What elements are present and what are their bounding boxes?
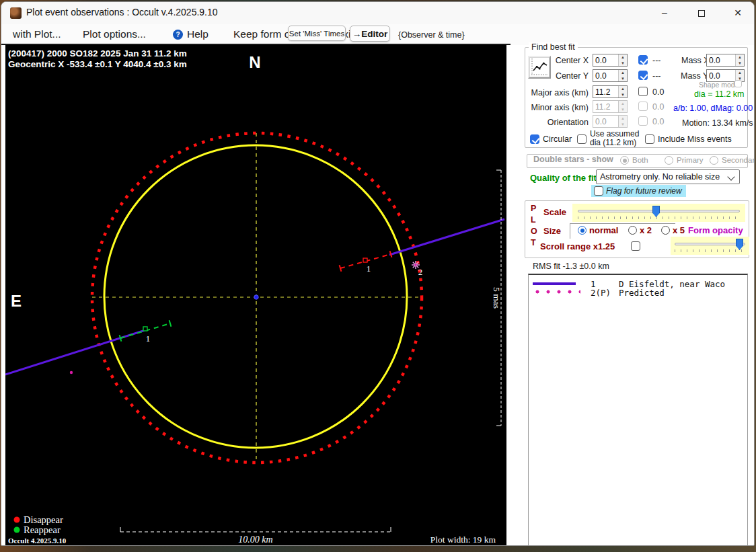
orientation-fit-checkbox[interactable] bbox=[638, 116, 648, 126]
scale-slider-thumb[interactable] bbox=[652, 206, 660, 217]
flag-review-label: Flag for future review bbox=[606, 186, 682, 196]
center-y-suffix: --- bbox=[652, 71, 661, 81]
plot-header-line1: (200417) 2000 SO182 2025 Jan 31 11.2 km bbox=[8, 48, 187, 58]
spin-down-arrow[interactable]: ▼ bbox=[736, 61, 744, 67]
form-opacity-thumb[interactable] bbox=[736, 239, 743, 250]
observation-row[interactable]: 1 D Eisfeldt, near Waco bbox=[529, 279, 747, 288]
find-best-fit-title: Find best fit bbox=[529, 42, 578, 52]
center-y-value[interactable]: 0.0 bbox=[593, 70, 618, 81]
predicted-color-swatch bbox=[532, 289, 580, 294]
plot-header-line2: Geocentric X -533.4 ±0.1 Y 4040.4 ±0.3 k… bbox=[8, 59, 187, 69]
quality-of-fit-dropdown[interactable]: Astrometry only. No reliable size bbox=[596, 169, 740, 184]
spin-up-arrow[interactable]: ▲ bbox=[619, 101, 627, 107]
plot-letter-l: L bbox=[531, 215, 536, 225]
spin-up-arrow[interactable]: ▲ bbox=[736, 54, 744, 61]
spin-down-arrow[interactable]: ▼ bbox=[619, 107, 627, 113]
maximize-icon bbox=[698, 10, 705, 17]
app-window: Plot event observations : Occult v.4.202… bbox=[1, 1, 755, 546]
center-x-suffix: --- bbox=[652, 56, 661, 65]
maximize-button[interactable] bbox=[687, 4, 716, 22]
quality-of-fit-label: Quality of the fit bbox=[530, 173, 597, 183]
chord1-east-segment[interactable] bbox=[389, 219, 504, 255]
menu-with-plot[interactable]: with Plot... bbox=[13, 28, 61, 40]
spin-down-arrow[interactable]: ▼ bbox=[619, 122, 627, 128]
use-assumed-dia-checkbox[interactable] bbox=[577, 134, 587, 144]
scale-slider[interactable] bbox=[572, 204, 745, 222]
form-opacity-label: Form opacity bbox=[688, 225, 743, 235]
menu-help[interactable]: Help bbox=[187, 28, 209, 40]
center-x-spinner[interactable]: 0.0 ▲▼ bbox=[593, 54, 628, 67]
menu-plot-options[interactable]: Plot options... bbox=[83, 28, 146, 40]
major-axis-suffix: 0.0 bbox=[652, 87, 664, 97]
double-stars-secondary-radio[interactable] bbox=[710, 156, 718, 165]
double-stars-primary-radio[interactable] bbox=[665, 156, 673, 165]
circular-checkbox[interactable] bbox=[530, 134, 539, 144]
close-button[interactable]: ✕ bbox=[724, 4, 752, 22]
mass-y-value[interactable]: 0.0 bbox=[707, 70, 735, 81]
spin-down-arrow[interactable]: ▼ bbox=[619, 76, 627, 82]
spin-down-arrow[interactable]: ▼ bbox=[619, 61, 627, 67]
center-x-value[interactable]: 0.0 bbox=[593, 54, 618, 66]
mass-x-spinner[interactable]: 0.0 ▲▼ bbox=[706, 54, 745, 67]
disappear-dot-icon bbox=[14, 517, 20, 523]
scroll-range-checkbox[interactable] bbox=[631, 241, 640, 251]
major-axis-fit-checkbox[interactable] bbox=[638, 87, 648, 96]
include-miss-events-checkbox[interactable] bbox=[645, 134, 654, 144]
form-opacity-track[interactable] bbox=[675, 243, 745, 245]
predicted-path-dot bbox=[70, 371, 73, 374]
spin-up-arrow[interactable]: ▲ bbox=[619, 70, 627, 76]
double-stars-both-radio[interactable] bbox=[620, 156, 629, 165]
ab-dmag-label: a/b: 1.00, dMag: 0.00 bbox=[673, 104, 753, 113]
spin-up-arrow[interactable]: ▲ bbox=[619, 116, 627, 122]
editor-button[interactable]: →Editor bbox=[350, 26, 390, 42]
use-assumed-dia-label: Use assumeddia (11.2 km) bbox=[590, 130, 639, 147]
center-x-fit-checkbox[interactable] bbox=[638, 55, 648, 65]
observation-name: Predicted bbox=[619, 288, 665, 298]
title-bar: Plot event observations : Occult v.4.202… bbox=[1, 2, 754, 24]
form-opacity-slider[interactable] bbox=[671, 237, 749, 255]
major-axis-label: Major axis (km) bbox=[523, 88, 589, 97]
size-x5-radio[interactable] bbox=[661, 226, 670, 235]
minimize-button[interactable]: – bbox=[650, 4, 679, 22]
spin-up-arrow[interactable]: ▲ bbox=[619, 54, 627, 61]
body-center-point bbox=[254, 295, 258, 299]
minor-axis-suffix: 0.0 bbox=[652, 102, 664, 112]
reappear-point-marker bbox=[143, 327, 147, 331]
chord1-d-label: 1 bbox=[367, 264, 371, 274]
orientation-spinner[interactable]: 0.0 ▲▼ bbox=[593, 115, 628, 128]
plot-width-label: Plot width: 19 km bbox=[430, 535, 496, 545]
minor-axis-spinner[interactable]: 11.2 ▲▼ bbox=[593, 100, 628, 113]
rms-fit-label: RMS fit -1.3 ±0.0 km bbox=[533, 262, 609, 271]
spin-up-arrow[interactable]: ▲ bbox=[619, 86, 627, 92]
observation-row[interactable]: 2(P) Predicted bbox=[529, 288, 747, 297]
quality-of-fit-value: Astrometry only. No reliable size bbox=[600, 172, 720, 182]
station2-label: 2 bbox=[418, 267, 423, 277]
window-title: Plot event observations : Occult v.4.202… bbox=[26, 7, 218, 17]
chord1-r-label: 1 bbox=[146, 333, 151, 344]
include-miss-events-label: Include Miss events bbox=[658, 134, 732, 144]
minor-axis-fit-checkbox[interactable] bbox=[638, 102, 648, 111]
mass-x-value[interactable]: 0.0 bbox=[707, 54, 735, 66]
spin-down-arrow[interactable]: ▼ bbox=[619, 92, 627, 98]
observations-listbox[interactable]: 1 D Eisfeldt, near Waco 2(P) Predicted bbox=[528, 274, 748, 546]
orientation-value[interactable]: 0.0 bbox=[593, 116, 618, 127]
plot-canvas[interactable]: 1 1 2 (200417) 2000 SO182 2025 Jan 31 11… bbox=[5, 45, 506, 545]
spin-up-arrow[interactable]: ▲ bbox=[736, 70, 744, 76]
mass-y-label: Mass Y bbox=[681, 71, 708, 81]
major-axis-value[interactable]: 11.2 bbox=[593, 86, 618, 97]
scroll-range-label: Scroll range x1.25 bbox=[540, 241, 615, 251]
plot-letter-t: T bbox=[531, 238, 536, 247]
size-x2-radio[interactable] bbox=[628, 226, 637, 235]
flag-review-container: Flag for future review bbox=[591, 185, 686, 197]
menu-bar: with Plot... Plot options... ? Help Keep… bbox=[1, 24, 754, 45]
shape-model-checkbox[interactable] bbox=[734, 80, 742, 87]
flag-review-checkbox[interactable] bbox=[594, 186, 603, 196]
minor-axis-value[interactable]: 11.2 bbox=[593, 101, 618, 112]
dropdown-chevron-icon bbox=[727, 173, 734, 180]
size-normal-radio[interactable] bbox=[578, 226, 587, 235]
set-miss-times-button[interactable]: Set 'Miss' Times bbox=[288, 26, 346, 41]
circular-label: Circular bbox=[543, 134, 572, 144]
major-axis-spinner[interactable]: 11.2 ▲▼ bbox=[593, 85, 628, 98]
center-y-fit-checkbox[interactable] bbox=[638, 71, 648, 80]
center-y-spinner[interactable]: 0.0 ▲▼ bbox=[593, 69, 628, 82]
